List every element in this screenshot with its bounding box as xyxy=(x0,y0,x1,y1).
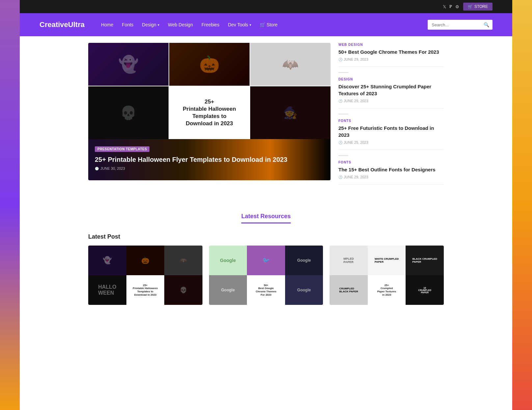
store-btn-label: STORE xyxy=(474,4,488,9)
crumpled-cell-center: 25+CrumpledPaper Texturesin 2023 xyxy=(368,275,406,305)
article-category-tag: PRESENTATION TEMPLATES xyxy=(95,146,149,152)
section-title-wrapper: Latest Resources xyxy=(88,213,444,223)
nav-fonts[interactable]: Fonts xyxy=(119,19,137,30)
settings-icon[interactable]: ⚙ xyxy=(455,4,459,9)
post-card-chrome[interactable]: Google 🐦 Google Google 50+Best GoogleChr… xyxy=(209,246,323,305)
latest-resources-title[interactable]: Latest Resources xyxy=(241,213,291,223)
card-cell-center: 25+Printable HalloweenTemplates toDownlo… xyxy=(126,275,165,305)
sidebar-date-1: 🕐 JUNE 29, 2023 xyxy=(338,57,444,61)
thumb-halloween-4: 💀 xyxy=(88,86,169,139)
search-button[interactable]: 🔍 xyxy=(480,20,492,30)
main-content: 👻 🎃 🦇 💀 xyxy=(82,36,450,328)
chrome-cell-4: Google xyxy=(209,275,247,305)
thumb-halloween-2: 🎃 xyxy=(169,43,250,86)
post-cards-grid: 👻 🎃 🦇 HALLOWEEN 25+Printable HalloweenTe… xyxy=(88,246,444,305)
thumb-center-text: 25+Printable HalloweenTemplates toDownlo… xyxy=(169,86,250,139)
featured-article-title: 25+ Printable Halloween Flyer Templates … xyxy=(95,155,324,164)
design-chevron-icon: ▾ xyxy=(158,23,159,27)
pumpkin-decoration: 🎃 xyxy=(199,55,220,74)
chrome-cell-2: 🐦 xyxy=(247,246,285,275)
card-halloween-img: 👻 🎃 🦇 HALLOWEEN 25+Printable HalloweenTe… xyxy=(88,246,202,305)
sidebar-title-2[interactable]: Discover 25+ Stunning Crumpled Paper Tex… xyxy=(338,83,444,97)
clock-icon-s4: 🕐 xyxy=(338,175,342,179)
center-promo-text: 25+Printable HalloweenTemplates toDownlo… xyxy=(183,98,236,127)
featured-image-block[interactable]: 👻 🎃 🦇 💀 xyxy=(88,43,331,180)
crumpled-cell-4: CRUMPLEDBLACK PAPER xyxy=(330,275,368,305)
sidebar-category-1: WEB DESIGN xyxy=(338,43,444,46)
sidebar-date-2: 🕐 JUNE 29, 2023 xyxy=(338,99,444,103)
thumb-halloween-6: 🧙 xyxy=(250,86,331,139)
card-cell-1: 👻 xyxy=(88,246,126,275)
search-input[interactable] xyxy=(428,20,480,30)
chrome-cell-center: 50+Best GoogleChrome ThemesFor 2023 xyxy=(247,275,285,305)
chrome-cell-3: Google xyxy=(285,246,323,275)
thumb-halloween-3: 🦇 xyxy=(250,43,331,86)
card-crumpled-img: MPLEDPAPER WHITE CRUMPLEDPAPER BLACK CRU… xyxy=(330,246,444,305)
sidebar-date-4: 🕐 JUNE 29, 2023 xyxy=(338,175,444,179)
skull-decoration: 💀 xyxy=(120,105,137,121)
crumpled-cell-3: BLACK CRUMPLEDPAPER xyxy=(406,246,444,275)
card-chrome-img: Google 🐦 Google Google 50+Best GoogleChr… xyxy=(209,246,323,305)
post-card-crumpled[interactable]: MPLEDPAPER WHITE CRUMPLEDPAPER BLACK CRU… xyxy=(330,246,444,305)
sidebar-category-2: DESIGN xyxy=(338,77,444,81)
crumpled-cell-2: WHITE CRUMPLEDPAPER xyxy=(368,246,406,275)
top-bar: 𝕏 𝐏 ⚙ 🛒 STORE xyxy=(20,0,512,13)
sidebar-posts: WEB DESIGN 50+ Best Google Chrome Themes… xyxy=(338,43,444,190)
card-cell-4: HALLOWEEN xyxy=(88,275,126,305)
main-nav: Home Fonts Design ▾ Web Design Freebies … xyxy=(98,19,418,30)
clock-icon-s2: 🕐 xyxy=(338,99,342,103)
pinterest-icon[interactable]: 𝐏 xyxy=(449,4,452,9)
witch-decoration: 🧙 xyxy=(283,106,298,120)
sidebar-post-3: FONTS 25+ Free Futuristic Fonts to Downl… xyxy=(338,119,444,150)
sidebar-title-1[interactable]: 50+ Best Google Chrome Themes For 2023 xyxy=(338,48,444,55)
devtools-chevron-icon: ▾ xyxy=(250,23,251,27)
clock-icon-s3: 🕐 xyxy=(338,141,342,144)
crumpled-cell-6: 10CRUMPLEDPAPER xyxy=(406,275,444,305)
sidebar-date-3: 🕐 JUNE 25, 2023 xyxy=(338,140,444,144)
sidebar-divider-2 xyxy=(338,114,348,114)
sidebar-divider-1 xyxy=(338,72,348,73)
sidebar-post-4: FONTS The 15+ Best Outline Fonts for Des… xyxy=(338,161,444,185)
nav-devtools[interactable]: Dev Tools ▾ xyxy=(225,19,254,30)
twitter-icon[interactable]: 𝕏 xyxy=(443,4,446,9)
sidebar-title-4[interactable]: The 15+ Best Outline Fonts for Designers xyxy=(338,166,444,173)
card-cell-3: 🦇 xyxy=(164,246,202,275)
nav-home[interactable]: Home xyxy=(98,19,117,30)
cart-icon: 🛒 xyxy=(468,4,473,9)
card-cell-2: 🎃 xyxy=(126,246,165,275)
thumbnail-grid: 👻 🎃 🦇 💀 xyxy=(88,43,331,139)
social-icons: 𝕏 𝐏 ⚙ xyxy=(443,4,459,9)
clock-icon-s1: 🕐 xyxy=(338,58,342,61)
card-cell-6: 💀 xyxy=(164,275,202,305)
latest-post-label: Latest Post xyxy=(88,233,444,240)
nav-webdesign[interactable]: Web Design xyxy=(165,19,196,30)
nav-freebies[interactable]: Freebies xyxy=(198,19,223,30)
clock-icon: 🕐 xyxy=(95,167,99,170)
chrome-cell-1: Google xyxy=(209,246,247,275)
store-cart-icon: 🛒 xyxy=(260,22,265,27)
featured-section: 👻 🎃 🦇 💀 xyxy=(88,43,444,190)
featured-overlay: PRESENTATION TEMPLATES 25+ Printable Hal… xyxy=(88,139,331,180)
sidebar-category-3: FONTS xyxy=(338,119,444,123)
bat-decoration: 🦇 xyxy=(282,57,299,72)
sidebar-divider-3 xyxy=(338,155,348,156)
sidebar-post-1: WEB DESIGN 50+ Best Google Chrome Themes… xyxy=(338,43,444,67)
search-bar: 🔍 xyxy=(428,20,492,30)
topbar-store-button[interactable]: 🛒 STORE xyxy=(463,3,492,11)
sidebar-post-2: DESIGN Discover 25+ Stunning Crumpled Pa… xyxy=(338,77,444,108)
crumpled-cell-1: MPLEDPAPER xyxy=(330,246,368,275)
site-logo[interactable]: CreativeUltra xyxy=(40,20,85,29)
sidebar-category-4: FONTS xyxy=(338,161,444,164)
ghost-decoration: 👻 xyxy=(118,55,139,74)
nav-store[interactable]: 🛒 Store xyxy=(256,19,281,30)
sidebar-title-3[interactable]: 25+ Free Futuristic Fonts to Download in… xyxy=(338,125,444,138)
latest-resources-section: Latest Resources Latest Post 👻 🎃 🦇 HALLO… xyxy=(88,203,444,315)
featured-article-date: 🕐 JUNE 30, 2023 xyxy=(95,166,324,170)
header: CreativeUltra Home Fonts Design ▾ Web De… xyxy=(20,13,512,36)
thumb-halloween-1: 👻 xyxy=(88,43,169,86)
chrome-cell-6: Google xyxy=(285,275,323,305)
post-card-halloween[interactable]: 👻 🎃 🦇 HALLOWEEN 25+Printable HalloweenTe… xyxy=(88,246,202,305)
featured-article: 👻 🎃 🦇 💀 xyxy=(88,43,331,190)
nav-design[interactable]: Design ▾ xyxy=(139,19,163,30)
